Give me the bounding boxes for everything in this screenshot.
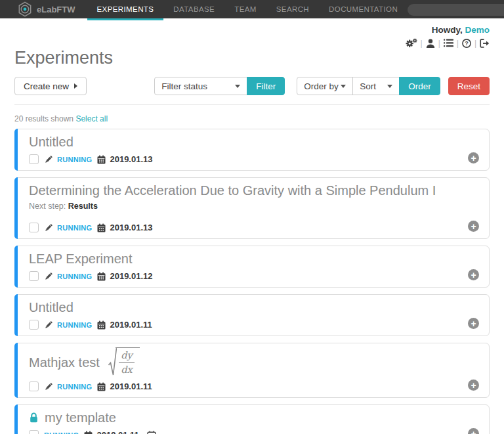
math-expression: dy dx <box>108 347 140 378</box>
experiment-title: Determining the Acceleration Due to Grav… <box>29 182 459 199</box>
experiment-date: 2019.01.11 <box>96 430 138 434</box>
status-color-bar <box>14 404 18 434</box>
status-color-bar <box>14 177 18 239</box>
divider <box>14 104 490 105</box>
list-icon[interactable] <box>444 39 453 47</box>
top-navbar: eLabFTW EXPERIMENTS DATABASE TEAM SEARCH… <box>0 0 504 18</box>
chevron-down-icon <box>235 85 240 88</box>
select-checkbox[interactable] <box>29 381 39 391</box>
experiment-card[interactable]: Mathjax test dy dx <box>14 343 490 398</box>
settings-gears-icon[interactable] <box>406 38 417 48</box>
sort-label: Sort <box>360 81 376 91</box>
experiment-title-text: Mathjax test <box>29 354 100 371</box>
search-input[interactable] <box>408 4 504 16</box>
calendar-icon <box>97 155 106 164</box>
toolbar: Create new Filter status Filter Order by… <box>14 77 490 95</box>
order-group: Order by Sort Order <box>297 77 440 95</box>
expand-plus-icon[interactable]: + <box>468 380 479 391</box>
edit-pencil-icon[interactable] <box>44 320 53 330</box>
select-checkbox[interactable] <box>29 320 39 330</box>
edit-pencil-icon[interactable] <box>44 272 53 281</box>
calendar-icon <box>97 320 106 330</box>
greeting: Howdy, Demo <box>432 25 490 35</box>
select-checkbox[interactable] <box>29 430 39 434</box>
next-step-label: Next step: <box>29 202 66 211</box>
navbar-search <box>408 3 504 16</box>
user-icon[interactable] <box>426 39 435 48</box>
user-block: Howdy, Demo <box>14 18 490 48</box>
nav-database[interactable]: DATABASE <box>163 0 224 18</box>
select-checkbox[interactable] <box>29 223 39 232</box>
icon-separator: | <box>438 39 440 48</box>
svg-text:?: ? <box>465 40 469 47</box>
timestamp-calendar-check-icon <box>147 431 156 434</box>
calendar-icon <box>97 223 106 232</box>
order-by-select[interactable]: Order by <box>297 77 353 95</box>
select-all-link[interactable]: Select all <box>75 114 108 123</box>
experiment-card[interactable]: Untitled RUNNING 2019.01.13 + <box>14 129 490 171</box>
brand[interactable]: eLabFTW <box>0 0 75 18</box>
filter-status-select[interactable]: Filter status <box>154 77 247 95</box>
lock-icon <box>29 412 39 423</box>
logout-icon[interactable] <box>480 39 490 48</box>
quick-icons: | | | ? | <box>406 38 490 48</box>
experiment-card[interactable]: Untitled RUNNING 2019.01.11 + <box>14 294 490 336</box>
expand-plus-icon[interactable]: + <box>468 269 479 280</box>
calendar-icon <box>97 272 106 281</box>
nav-team[interactable]: TEAM <box>224 0 266 18</box>
help-icon[interactable]: ? <box>462 39 471 48</box>
main-nav: EXPERIMENTS DATABASE TEAM SEARCH DOCUMEN… <box>87 0 408 18</box>
experiment-meta: RUNNING 2019.01.11 <box>29 320 459 330</box>
reset-button[interactable]: Reset <box>448 77 490 95</box>
select-checkbox[interactable] <box>29 154 39 164</box>
caret-right-icon <box>74 83 77 89</box>
nav-documentation[interactable]: DOCUMENTATION <box>319 0 408 18</box>
icon-separator: | <box>457 39 459 48</box>
next-step-value: Results <box>68 202 98 211</box>
next-step: Next step: Results <box>29 202 459 211</box>
edit-pencil-icon[interactable] <box>44 223 53 232</box>
status-badge: RUNNING <box>57 156 92 163</box>
create-new-label: Create new <box>24 81 69 91</box>
experiment-date: 2019.01.13 <box>110 154 152 164</box>
calendar-icon <box>97 382 106 391</box>
expand-plus-icon[interactable]: + <box>468 221 479 232</box>
nav-experiments[interactable]: EXPERIMENTS <box>87 0 164 18</box>
create-new-button[interactable]: Create new <box>14 77 87 95</box>
fraction-denominator: dx <box>121 363 132 376</box>
experiment-date: 2019.01.11 <box>110 381 152 391</box>
expand-plus-icon[interactable]: + <box>468 318 479 329</box>
username-link[interactable]: Demo <box>465 25 490 35</box>
experiment-title: my template <box>29 409 459 426</box>
fraction: dy dx <box>119 350 134 375</box>
experiment-title-text: my template <box>45 409 116 426</box>
status-badge: RUNNING <box>57 383 92 391</box>
calendar-icon <box>84 431 93 434</box>
experiment-card[interactable]: LEAP Experiment RUNNING 2019.01.12 + <box>14 246 490 288</box>
expand-plus-icon[interactable]: + <box>468 152 479 163</box>
expand-plus-icon[interactable]: + <box>468 428 479 434</box>
order-button[interactable]: Order <box>399 77 440 95</box>
filter-button[interactable]: Filter <box>247 77 285 95</box>
fraction-numerator: dy <box>119 350 134 363</box>
order-by-label: Order by <box>304 81 339 91</box>
experiment-card[interactable]: my template RUNNING 2019.01.11 <box>14 404 490 434</box>
elabftw-logo-icon <box>18 1 32 17</box>
status-color-bar <box>14 343 18 398</box>
status-color-bar <box>14 129 18 171</box>
experiment-meta: RUNNING 2019.01.13 <box>29 223 459 232</box>
edit-pencil-icon[interactable] <box>44 155 53 164</box>
experiment-title: Untitled <box>29 133 459 150</box>
edit-pencil-icon[interactable] <box>44 382 53 391</box>
sort-select[interactable]: Sort <box>352 77 400 95</box>
chevron-down-icon <box>341 85 346 88</box>
experiment-date: 2019.01.12 <box>110 271 152 281</box>
brand-label: eLabFTW <box>37 5 75 14</box>
experiment-card[interactable]: Determining the Acceleration Due to Grav… <box>14 177 490 239</box>
experiment-meta: RUNNING 2019.01.13 <box>29 154 459 164</box>
experiment-title: Mathjax test dy dx <box>29 347 459 378</box>
chevron-down-icon <box>387 85 392 88</box>
nav-search[interactable]: SEARCH <box>266 0 319 18</box>
status-color-bar <box>14 246 18 288</box>
select-checkbox[interactable] <box>29 271 39 281</box>
